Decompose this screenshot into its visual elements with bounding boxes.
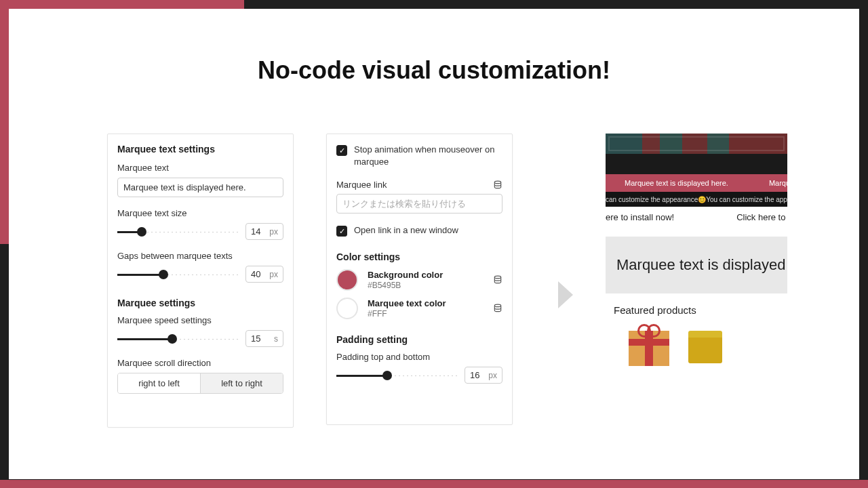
text-size-slider[interactable] [117,224,239,239]
preview-red-marquee-text: Marquee text is displayed here. [606,179,728,187]
mouseover-stop-label: Stop animation when mouseover on marquee [354,144,502,167]
preview-red-marquee-text-partial: Marqu [728,179,787,187]
text-color-row[interactable]: Marquee text color #FFF [336,298,502,319]
preview-white-marquee-right: Click here to insta [736,212,787,222]
color-settings-heading: Color settings [336,251,502,262]
preview-red-marquee: Marquee text is displayed here. Marqu [606,174,787,192]
preview-big-marquee: Marquee text is displayed h [606,237,787,293]
preview-product-cube [688,331,722,363]
marquee-text-size-label: Marquee text size [117,208,283,218]
unit-px: px [269,270,278,279]
bg-color-value: #B5495B [368,281,484,290]
svg-point-0 [494,181,500,184]
svg-point-1 [494,276,500,279]
preview-dark-marquee: can customize the appearance😊You can cus… [606,192,787,207]
marquee-text-input[interactable] [117,178,283,197]
preview-pane: Marquee text is displayed here. Marqu ca… [606,134,787,425]
padding-slider[interactable] [336,368,458,383]
speed-value-box[interactable]: 15 s [245,330,283,347]
preview-dark-marquee-text: can customize the appearance😊You can cus… [606,196,787,203]
arrow-right-icon [557,280,576,312]
gap-slider[interactable] [117,267,239,282]
preview-white-marquee-left: ere to install now! [606,212,736,222]
unit-px: px [488,371,497,380]
preview-big-text: Marquee text is displayed h [616,256,787,274]
gap-value-box[interactable]: 40 px [245,266,283,283]
section-heading: Marquee text settings [117,144,283,155]
background-color-row[interactable]: Background color #B5495B [336,269,502,291]
text-color-label: Marquee text color [368,298,484,308]
page-title: No-code visual customization! [9,56,859,85]
direction-rtl-button[interactable]: right to left [118,373,200,393]
padding-value: 16 [470,370,479,380]
database-icon[interactable] [493,180,502,190]
gap-value: 40 [251,269,260,279]
speed-slider[interactable] [117,331,239,346]
open-new-window-label: Open link in a new window [354,224,502,237]
preview-featured-title: Featured products [606,293,787,319]
marquee-text-label: Marquee text [117,163,283,173]
text-color-value: #FFF [368,309,484,319]
marquee-link-label: Marquee link [336,180,387,190]
preview-product-row [606,319,787,366]
database-icon[interactable] [493,304,502,313]
page-canvas: No-code visual customization! Marquee te… [9,9,859,479]
marquee-settings-heading: Marquee settings [117,298,283,308]
panel-marquee-text-settings: Marquee text settings Marquee text Marqu… [107,134,294,428]
bg-color-label: Background color [368,270,484,280]
accent-bottom-bar [0,480,868,488]
preview-hero-image [606,134,787,154]
padding-label: Padding top and bottom [336,352,502,362]
direction-segmented-control: right to left left to right [117,373,283,394]
svg-point-2 [494,304,500,307]
preview-white-marquee: ere to install now! Click here to insta [606,207,787,227]
gap-label: Gaps between marquee texts [117,251,283,261]
panel-marquee-appearance-settings: ✓ Stop animation when mouseover on marqu… [326,134,513,425]
padding-value-box[interactable]: 16 px [465,367,502,384]
unit-s: s [274,334,278,344]
direction-label: Marquee scroll direction [117,358,283,368]
database-icon[interactable] [493,275,502,285]
preview-product-gift [629,331,669,366]
text-color-swatch[interactable] [336,298,358,319]
direction-ltr-button[interactable]: left to right [200,373,283,393]
padding-setting-heading: Padding setting [336,334,502,345]
speed-label: Marquee speed settings [117,315,283,325]
text-size-value-box[interactable]: 14 px [245,223,283,240]
open-new-window-checkbox[interactable]: ✓ [336,226,347,237]
preview-dark-bar [606,154,787,174]
speed-value: 15 [251,333,260,344]
text-size-value: 14 [251,226,260,237]
marquee-link-input[interactable] [336,194,502,214]
mouseover-stop-checkbox[interactable]: ✓ [336,145,347,156]
bg-color-swatch[interactable] [336,269,358,291]
unit-px: px [269,227,278,237]
